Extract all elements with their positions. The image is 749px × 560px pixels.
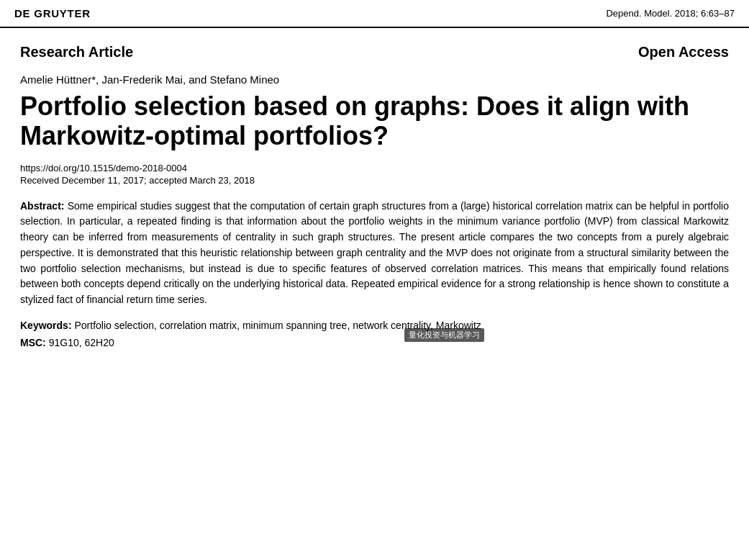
watermark: 量化投资与机器学习 [404,328,484,342]
msc-text: 91G10, 62H20 [49,337,114,348]
abstract-label: Abstract: [20,200,64,212]
doi: https://doi.org/10.1515/demo-2018-0004 [20,163,729,173]
header-bar: DE GRUYTER Depend. Model. 2018; 6:63–87 [0,0,749,28]
content-area: Research Article Open Access Amelie Hütt… [0,28,749,370]
abstract-block: Abstract: Some empirical studies suggest… [20,199,729,308]
received-date: Received December 11, 2017; accepted Mar… [20,175,729,186]
authors: Amelie Hüttner*, Jan-Frederik Mai, and S… [20,73,729,86]
msc-block: MSC: 91G10, 62H20 [20,337,729,348]
article-type-label: Research Article [20,44,133,60]
msc-label: MSC: [20,337,46,348]
article-title: Portfolio selection based on graphs: Doe… [20,91,729,151]
keywords-label: Keywords: [20,320,72,331]
publisher-name: DE GRUYTER [14,7,91,19]
journal-info: Depend. Model. 2018; 6:63–87 [606,8,735,19]
abstract-text: Some empirical studies suggest that the … [20,200,729,305]
keywords-block: Keywords: Portfolio selection, correlati… [20,320,729,331]
open-access-label: Open Access [638,44,729,60]
article-type-row: Research Article Open Access [20,44,729,60]
